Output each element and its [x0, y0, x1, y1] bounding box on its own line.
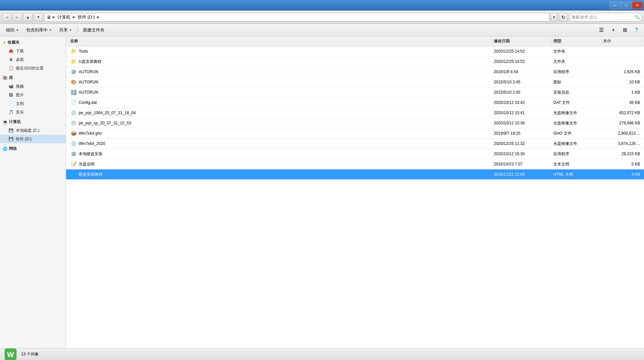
- file-modified: 2020/12/25 11:32: [493, 141, 552, 147]
- address-bar: ◀ ▶ ▲ ▼ 🖥 ▶ 计算机 ▶ 软件 (D:) ▶ ▼ ↻ 🔍: [0, 11, 644, 24]
- maximize-button[interactable]: □: [621, 2, 631, 9]
- desktop-label: 桌面: [16, 57, 24, 63]
- d-drive-label: 软件 (D:): [16, 136, 31, 142]
- network-section-title[interactable]: 🌐 网络: [0, 145, 66, 153]
- documents-label: 文档: [16, 101, 24, 107]
- file-size: 1 KB: [602, 89, 641, 95]
- organize-button[interactable]: 组织 ▼: [3, 25, 22, 35]
- file-name-cell: ⚙️ AUTORUN: [69, 68, 493, 76]
- view-button[interactable]: ☰: [596, 25, 607, 35]
- sidebar-item-d-drive[interactable]: 💾 软件 (D:): [0, 135, 66, 143]
- recent-locations-button[interactable]: ▼: [34, 13, 43, 22]
- sidebar-item-desktop[interactable]: 🖥 桌面: [0, 55, 66, 64]
- path-separator-3: ▶: [97, 15, 100, 19]
- table-row[interactable]: 💿 Win7x64_2020 2020/12/25 11:32 光盘映像文件 3…: [66, 139, 644, 149]
- favorites-section-title[interactable]: ★ 收藏夹: [0, 38, 66, 47]
- file-modified: 2020/12/25 14:52: [493, 59, 552, 65]
- file-modified: 2015/5/10 2:45: [493, 89, 552, 95]
- table-row[interactable]: ⚙️ AUTORUN 2016/1/8 4:54 应用程序 1,926 KB: [66, 67, 644, 77]
- sidebar-item-video[interactable]: 📹 视频: [0, 82, 66, 91]
- library-section-title[interactable]: 📚 库: [0, 74, 66, 82]
- picture-icon: 🖼: [8, 92, 14, 98]
- iso-icon: 💿: [70, 120, 77, 126]
- folder-icon: 📁: [70, 48, 77, 55]
- path-part-computer[interactable]: 计算机: [57, 14, 71, 21]
- table-row[interactable]: 🌐 硬盘安装教程 2016/11/21 22:03 HTML 文档 3 KB: [66, 169, 644, 180]
- path-separator-2: ▶: [73, 15, 75, 19]
- file-type: 光盘映像文件: [552, 120, 602, 127]
- network-label: 网络: [9, 146, 17, 152]
- file-name-text: Config.dat: [79, 100, 97, 105]
- file-name-text: AUTORUN: [79, 69, 98, 74]
- file-size: 2,900,813 ...: [602, 130, 641, 136]
- sidebar-item-recent[interactable]: 📋 最近访问的位置: [0, 64, 66, 72]
- file-name-cell: 🎨 AUTORUN: [69, 78, 493, 86]
- txt-icon: 📝: [70, 161, 77, 167]
- file-name-cell: ⚙️ 本地硬盘安装: [69, 150, 493, 158]
- pictures-label: 图片: [16, 92, 24, 98]
- file-modified: 2019/9/7 19:25: [493, 130, 552, 136]
- music-label: 音乐: [16, 110, 24, 115]
- search-icon: 🔍: [635, 15, 640, 20]
- sidebar-item-music[interactable]: 🎵 音乐: [0, 108, 66, 116]
- table-row[interactable]: 📁 Tools 2020/12/25 14:52 文件夹: [66, 46, 644, 57]
- search-box: 🔍: [569, 13, 642, 22]
- sidebar-item-downloads[interactable]: 📥 下载: [0, 47, 66, 55]
- sidebar-section-computer: 💻 计算机 💾 本地磁盘 (C:) 💾 软件 (D:): [0, 118, 66, 143]
- share-button[interactable]: 共享 ▼: [56, 25, 75, 35]
- table-row[interactable]: 💿 pe_yqs_xp_20_07_31_15_53 2020/10/12 15…: [66, 118, 644, 128]
- video-icon: 📹: [8, 83, 14, 89]
- file-modified: 2020/10/12 15:42: [493, 100, 552, 106]
- desktop-icon: 🖥: [8, 57, 14, 63]
- up-button[interactable]: ▲: [23, 13, 32, 22]
- computer-label: 计算机: [9, 119, 21, 125]
- forward-button[interactable]: ▶: [13, 13, 22, 22]
- table-row[interactable]: 📝 光盘说明 2016/10/23 7:07 文本文档 5 KB: [66, 159, 644, 169]
- include-library-dropdown-icon: ▼: [49, 28, 52, 32]
- table-row[interactable]: 📁 U盘安装教程 2020/12/25 14:52 文件夹: [66, 57, 644, 67]
- help-button[interactable]: ?: [632, 25, 641, 35]
- table-row[interactable]: ℹ️ AUTORUN 2015/5/10 2:45 安装信息 1 KB: [66, 87, 644, 98]
- table-row[interactable]: 📄 Config.dat 2020/10/12 15:42 DAT 文件 36 …: [66, 98, 644, 108]
- back-button[interactable]: ◀: [2, 13, 11, 22]
- file-name-text: Win7x64_2020: [79, 141, 105, 146]
- sidebar-item-pictures[interactable]: 🖼 图片: [0, 91, 66, 99]
- sidebar: ★ 收藏夹 📥 下载 🖥 桌面 📋 最近访问的位置 📚 库: [0, 36, 66, 348]
- file-name-cell: 💿 Win7x64_2020: [69, 140, 493, 148]
- iso-icon: 💿: [70, 110, 77, 116]
- file-type: 安装信息: [552, 89, 602, 96]
- include-library-button[interactable]: 包含到库中 ▼: [23, 25, 55, 35]
- status-icon: W: [4, 348, 17, 360]
- file-name-cell: 📁 Tools: [69, 47, 493, 55]
- table-row[interactable]: 📦 Win7x64.gho 2019/9/7 19:25 GHO 文件 2,90…: [66, 128, 644, 139]
- file-name-cell: 🌐 硬盘安装教程: [69, 170, 493, 178]
- address-dropdown-button[interactable]: ▼: [551, 13, 557, 22]
- view-dropdown-button[interactable]: ▼: [608, 25, 618, 35]
- column-name[interactable]: 名称: [69, 38, 493, 45]
- path-part-drive[interactable]: 软件 (D:): [77, 14, 96, 21]
- file-type: GHO 文件: [552, 130, 602, 137]
- table-row[interactable]: 💿 pe_yqs_1064_20_07_31_16_04 2020/10/12 …: [66, 108, 644, 118]
- title-bar: — □ ✕: [0, 0, 644, 11]
- music-icon: 🎵: [8, 109, 14, 115]
- file-type: 光盘映像文件: [552, 140, 602, 147]
- details-pane-button[interactable]: ⊞: [620, 25, 630, 35]
- file-modified: 2015/5/10 2:45: [493, 79, 552, 85]
- table-row[interactable]: ⚙️ 本地硬盘安装 2020/10/12 15:30 应用程序 28,315 K…: [66, 149, 644, 159]
- refresh-button[interactable]: ↻: [559, 13, 568, 22]
- sidebar-item-c-drive[interactable]: 💾 本地磁盘 (C:): [0, 126, 66, 135]
- new-folder-button[interactable]: 新建文件夹: [80, 25, 108, 35]
- column-size[interactable]: 大小: [602, 38, 641, 45]
- file-name-text: AUTORUN: [79, 80, 98, 84]
- column-type[interactable]: 类型: [552, 38, 602, 45]
- table-row[interactable]: 🎨 AUTORUN 2015/5/10 2:45 图标 10 KB: [66, 77, 644, 87]
- file-name-cell: 📁 U盘安装教程: [69, 58, 493, 66]
- close-button[interactable]: ✕: [632, 2, 643, 9]
- computer-section-title[interactable]: 💻 计算机: [0, 118, 66, 126]
- search-input[interactable]: [572, 15, 635, 20]
- recent-icon: 📋: [8, 65, 14, 71]
- sidebar-item-documents[interactable]: 📄 文档: [0, 99, 66, 108]
- minimize-button[interactable]: —: [610, 2, 620, 9]
- iso-icon: 💿: [70, 140, 77, 147]
- column-modified[interactable]: 修改日期: [493, 38, 552, 45]
